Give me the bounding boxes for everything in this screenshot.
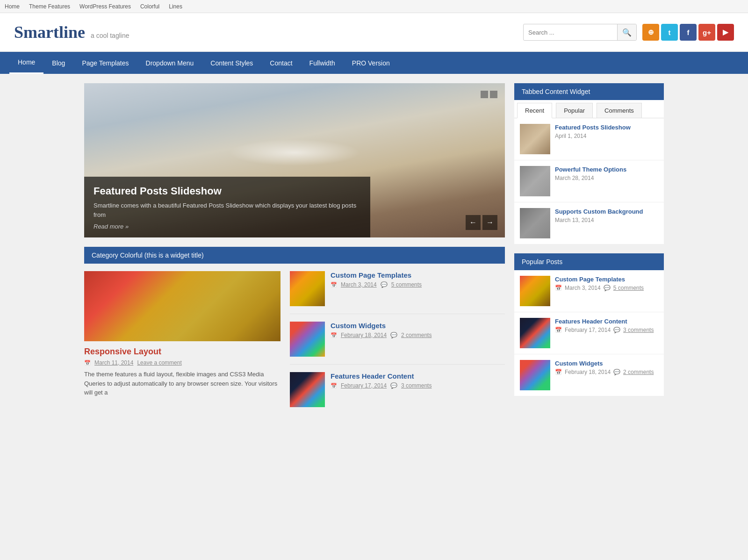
slideshow-prev-button[interactable]: ←: [466, 215, 481, 230]
popular-post-comments-0[interactable]: 5 comments: [613, 285, 644, 291]
slideshow-caption: Featured Posts Slideshow Smartline comes…: [84, 177, 370, 237]
slideshow-title: Featured Posts Slideshow: [94, 185, 361, 197]
popular-post-meta-2: 📅 February 18, 2014 💬 2 comments: [555, 369, 654, 375]
calendar-icon-p1: 📅: [555, 327, 562, 333]
admin-bar-home[interactable]: Home: [5, 3, 20, 10]
admin-bar-colorful[interactable]: Colorful: [140, 3, 159, 10]
post-thumb-image-1: [290, 322, 325, 357]
popular-post-0: Custom Page Templates 📅 March 3, 2014 💬 …: [514, 270, 664, 312]
comment-icon-p2: 💬: [613, 369, 620, 375]
post-thumb-image-0: [290, 271, 325, 306]
tab-popular[interactable]: Popular: [556, 103, 593, 118]
site-header: Smartline a cool tagline 🔍 ⊕ t f g+ ▶: [0, 13, 748, 52]
nav-content-styles[interactable]: Content Styles: [202, 53, 261, 73]
featured-post-date[interactable]: March 11, 2014: [94, 359, 133, 366]
nav-blog[interactable]: Blog: [43, 53, 73, 73]
site-branding: Smartline a cool tagline: [14, 22, 129, 42]
tab-recent[interactable]: Recent: [517, 103, 552, 118]
featured-post-title[interactable]: Responsive Layout: [84, 347, 280, 357]
post-title-2[interactable]: Features Header Content: [331, 372, 432, 380]
popular-post-title-2[interactable]: Custom Widgets: [555, 360, 654, 367]
sidebar-post-date-2: March 13, 2014: [555, 217, 643, 223]
search-input[interactable]: [524, 29, 617, 36]
slideshow-next-button[interactable]: →: [482, 215, 497, 230]
post-title-1[interactable]: Custom Widgets: [331, 322, 432, 330]
post-thumbnail-2: [290, 372, 325, 407]
content-area: Featured Posts Slideshow Smartline comes…: [84, 83, 505, 431]
sidebar-post-title-2[interactable]: Supports Custom Background: [555, 208, 643, 215]
facebook-button[interactable]: f: [680, 24, 697, 41]
popular-post-date-0: March 3, 2014: [565, 285, 601, 291]
post-date-2[interactable]: February 17, 2014: [341, 382, 387, 389]
post-comments-1[interactable]: 2 comments: [401, 332, 432, 338]
tab-comments[interactable]: Comments: [597, 103, 642, 118]
comment-icon-1: 💬: [390, 332, 397, 338]
admin-bar-lines[interactable]: Lines: [169, 3, 182, 10]
featured-post: Responsive Layout 📅 March 11, 2014 Leave…: [84, 271, 280, 422]
popular-post-title-1[interactable]: Features Header Content: [555, 318, 654, 325]
post-info-2: Features Header Content 📅 February 17, 2…: [331, 372, 432, 407]
popular-posts-widget: Popular Posts Custom Page Templates 📅 Ma…: [514, 253, 664, 396]
post-info-1: Custom Widgets 📅 February 18, 2014 💬 2 c…: [331, 322, 432, 357]
site-title: Smartline: [14, 22, 85, 42]
youtube-button[interactable]: ▶: [717, 24, 734, 41]
post-date-1[interactable]: February 18, 2014: [341, 332, 387, 338]
slideshow-read-more[interactable]: Read more »: [94, 223, 361, 230]
post-thumb-image-2: [290, 372, 325, 407]
post-thumbnail-0: [290, 271, 325, 306]
twitter-button[interactable]: t: [661, 24, 678, 41]
popular-thumb-0: [520, 276, 550, 306]
social-icons: ⊕ t f g+ ▶: [642, 24, 734, 41]
sidebar-recent-post-2: Supports Custom Background March 13, 201…: [514, 202, 664, 244]
nav-pro-version[interactable]: PRO Version: [344, 53, 398, 73]
popular-post-title-0[interactable]: Custom Page Templates: [555, 276, 644, 283]
rss-button[interactable]: ⊕: [642, 24, 659, 41]
slide-dots: [481, 91, 497, 98]
admin-bar-wp-features[interactable]: WordPress Features: [79, 3, 131, 10]
popular-post-info-0: Custom Page Templates 📅 March 3, 2014 💬 …: [555, 276, 644, 306]
popular-post-date-1: February 17, 2014: [565, 327, 611, 333]
post-comments-2[interactable]: 3 comments: [401, 382, 432, 389]
sidebar-post-title-1[interactable]: Powerful Theme Options: [555, 166, 626, 173]
googleplus-button[interactable]: g+: [698, 24, 715, 41]
nav-contact[interactable]: Contact: [261, 53, 301, 73]
sidebar: Tabbed Content Widget Recent Popular Com…: [514, 83, 664, 431]
comment-icon-2: 💬: [390, 382, 397, 389]
popular-thumb-img-2: [520, 360, 550, 390]
sidebar-post-info-2: Supports Custom Background March 13, 201…: [555, 208, 643, 238]
site-tagline: a cool tagline: [91, 32, 129, 39]
nav-home[interactable]: Home: [9, 52, 43, 74]
post-info-0: Custom Page Templates 📅 March 3, 2014 💬 …: [331, 271, 422, 306]
featured-post-meta: 📅 March 11, 2014 Leave a comment: [84, 359, 280, 366]
header-right: 🔍 ⊕ t f g+ ▶: [523, 24, 734, 41]
main-wrapper: Featured Posts Slideshow Smartline comes…: [79, 74, 669, 441]
calendar-icon-p0: 📅: [555, 285, 562, 291]
search-box: 🔍: [523, 24, 637, 41]
tabbed-widget-content: Recent Popular Comments Featured Posts S…: [514, 100, 664, 244]
post-date-0[interactable]: March 3, 2014: [341, 281, 377, 288]
tabbed-widget: Tabbed Content Widget Recent Popular Com…: [514, 83, 664, 244]
nav-dropdown-menu[interactable]: Dropdown Menu: [137, 53, 202, 73]
nav-page-templates[interactable]: Page Templates: [73, 53, 137, 73]
featured-post-comment-link[interactable]: Leave a comment: [137, 359, 181, 366]
calendar-icon: 📅: [84, 360, 91, 366]
popular-post-comments-1[interactable]: 3 comments: [623, 327, 654, 333]
calendar-icon-0: 📅: [331, 282, 337, 288]
popular-thumb-img-0: [520, 276, 550, 306]
posts-list: Custom Page Templates 📅 March 3, 2014 💬 …: [290, 271, 505, 422]
search-button[interactable]: 🔍: [617, 24, 636, 41]
featured-post-image: [84, 271, 280, 341]
popular-post-comments-2[interactable]: 2 comments: [623, 369, 654, 375]
popular-post-info-2: Custom Widgets 📅 February 18, 2014 💬 2 c…: [555, 360, 654, 390]
slide-dot-2[interactable]: [490, 91, 497, 98]
slide-dot-1[interactable]: [481, 91, 488, 98]
sidebar-post-title-0[interactable]: Featured Posts Slideshow: [555, 124, 631, 131]
sidebar-thumb-2: [520, 208, 550, 238]
sidebar-post-date-1: March 28, 2014: [555, 175, 626, 181]
admin-bar: Home Theme Features WordPress Features C…: [0, 0, 748, 13]
post-title-0[interactable]: Custom Page Templates: [331, 271, 422, 279]
admin-bar-theme-features[interactable]: Theme Features: [29, 3, 70, 10]
nav-fullwidth[interactable]: Fullwidth: [301, 53, 344, 73]
post-comments-0[interactable]: 5 comments: [391, 281, 422, 288]
popular-post-1: Features Header Content 📅 February 17, 2…: [514, 312, 664, 354]
